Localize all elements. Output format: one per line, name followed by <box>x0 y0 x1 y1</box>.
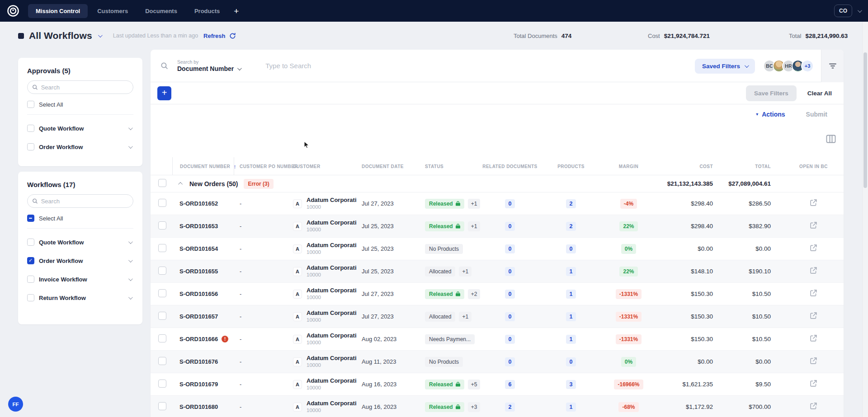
row-checkbox[interactable] <box>158 267 166 275</box>
table-row[interactable]: S-ORD101652-AAdatum Corporati10000Jul 27… <box>151 192 844 215</box>
approvals-search-input[interactable] <box>41 84 128 91</box>
column-header-customer[interactable]: CUSTOMER <box>284 164 352 169</box>
row-checkbox[interactable] <box>158 357 166 365</box>
row-checkbox[interactable] <box>158 380 166 388</box>
refresh-button[interactable]: Refresh <box>203 33 225 39</box>
status-extra-count-badge[interactable]: +1 <box>459 312 472 322</box>
sidebar-item-invoice-workflow[interactable]: Invoice Workflow <box>27 274 133 284</box>
external-link-icon[interactable] <box>810 267 817 274</box>
status-extra-count-badge[interactable]: +1 <box>459 267 472 276</box>
submit-button[interactable]: Submit <box>806 111 827 118</box>
chevron-down-icon[interactable] <box>128 258 133 262</box>
row-checkbox[interactable] <box>158 221 166 230</box>
document-number-cell[interactable]: S-ORD101680 <box>172 403 234 410</box>
column-header-products[interactable]: PRODUCTS <box>542 164 600 169</box>
select-all-checkbox[interactable] <box>27 215 34 222</box>
column-header-margin[interactable]: MARGIN <box>600 164 657 169</box>
chevron-down-icon[interactable] <box>128 126 133 130</box>
related-documents-count[interactable]: 0 <box>505 335 515 344</box>
workflow-checkbox[interactable] <box>27 276 34 283</box>
external-link-icon[interactable] <box>810 199 817 206</box>
workflow-checkbox[interactable] <box>27 239 34 246</box>
approvals-select-all[interactable]: Select All <box>27 101 133 108</box>
filter-lines-icon[interactable] <box>829 63 837 69</box>
nav-item-products[interactable]: Products <box>187 4 227 18</box>
products-count[interactable]: 0 <box>566 357 576 366</box>
brand-logo-icon[interactable] <box>6 4 20 18</box>
chevron-down-icon[interactable] <box>128 144 133 149</box>
related-documents-count[interactable]: 6 <box>505 380 515 389</box>
clear-all-button[interactable]: Clear All <box>807 90 832 97</box>
table-row[interactable]: S-ORD101680-AAdatum Corporati10000Aug 16… <box>151 396 844 417</box>
column-header-customer-po-number[interactable]: CUSTOMER PO NUMBER <box>234 164 284 169</box>
row-checkbox[interactable] <box>158 334 166 342</box>
sidebar-item-order-workflow[interactable]: Order Workflow <box>27 256 133 266</box>
products-count[interactable]: 2 <box>566 199 576 208</box>
user-badge[interactable]: CO <box>834 5 852 17</box>
external-link-icon[interactable] <box>810 380 817 387</box>
column-header-document-number[interactable]: DOCUMENT NUMBER↑ <box>172 157 234 175</box>
table-row[interactable]: S-ORD101679-AAdatum Corporati10000Aug 16… <box>151 373 844 396</box>
related-documents-count[interactable]: 0 <box>505 312 515 321</box>
related-documents-count[interactable]: 0 <box>505 222 515 231</box>
document-number-cell[interactable]: S-ORD101654 <box>172 245 234 252</box>
search-by-dropdown[interactable]: Search by Document Number <box>177 59 241 72</box>
row-checkbox[interactable] <box>158 402 166 410</box>
table-row[interactable]: S-ORD101655-AAdatum Corporati10000Jul 25… <box>151 260 844 283</box>
chevron-down-icon[interactable] <box>128 276 133 281</box>
external-link-icon[interactable] <box>810 334 817 342</box>
table-row[interactable]: S-ORD101657-AAdatum Corporati10000Jul 27… <box>151 305 844 328</box>
workflows-search[interactable] <box>27 194 133 208</box>
add-tab-button[interactable]: + <box>234 7 239 15</box>
refresh-icon[interactable] <box>229 33 236 39</box>
row-checkbox[interactable] <box>158 289 166 297</box>
column-header-cost[interactable]: COST <box>657 164 725 169</box>
workflow-checkbox[interactable] <box>27 143 34 150</box>
products-count[interactable]: 1 <box>566 290 576 299</box>
products-count[interactable]: 2 <box>566 222 576 231</box>
sidebar-item-quote-workflow[interactable]: Quote Workflow <box>27 123 133 133</box>
help-user-avatar[interactable]: FF <box>8 397 23 412</box>
row-checkbox[interactable] <box>158 244 166 252</box>
avatar-overflow-count[interactable]: +3 <box>801 60 814 72</box>
actions-menu-button[interactable]: ▾Actions <box>756 111 785 118</box>
related-documents-count[interactable]: 0 <box>505 267 515 276</box>
related-documents-count[interactable]: 0 <box>505 290 515 299</box>
select-all-checkbox[interactable] <box>27 101 34 108</box>
scrollbar-thumb[interactable] <box>863 52 867 188</box>
workflow-checkbox[interactable] <box>27 257 34 264</box>
group-checkbox[interactable] <box>158 179 166 187</box>
workflows-select-all[interactable]: Select All <box>27 215 133 222</box>
column-header-total[interactable]: TOTAL <box>725 164 783 169</box>
table-row[interactable]: S-ORD101654-AAdatum Corporati10000Jul 25… <box>151 238 844 260</box>
products-count[interactable]: 1 <box>566 403 576 412</box>
table-group-row[interactable]: New Orders (50) Error (3) $21,132,143.38… <box>151 175 844 192</box>
chevron-down-icon[interactable] <box>128 295 133 300</box>
workflow-checkbox[interactable] <box>27 125 34 132</box>
table-search-input[interactable] <box>265 62 546 70</box>
products-count[interactable]: 0 <box>566 244 576 253</box>
document-number-cell[interactable]: S-ORD101666! <box>172 336 234 342</box>
table-row[interactable]: S-ORD101666!-AAdatum Corporati10000Aug 0… <box>151 328 844 351</box>
sidebar-item-order-workflow[interactable]: Order Workflow <box>27 142 133 152</box>
products-count[interactable]: 1 <box>566 312 576 321</box>
related-documents-count[interactable]: 0 <box>505 244 515 253</box>
document-number-cell[interactable]: S-ORD101679 <box>172 381 234 388</box>
external-link-icon[interactable] <box>810 244 817 252</box>
table-row[interactable]: S-ORD101676-AAdatum Corporati10000Aug 11… <box>151 351 844 373</box>
save-filters-button[interactable]: Save Filters <box>746 85 797 101</box>
external-link-icon[interactable] <box>810 221 817 229</box>
user-menu-chevron-icon[interactable] <box>858 8 862 13</box>
nav-item-customers[interactable]: Customers <box>90 4 136 18</box>
page-scrollbar[interactable] <box>862 22 868 417</box>
document-number-cell[interactable]: S-ORD101657 <box>172 313 234 320</box>
nav-item-mission-control[interactable]: Mission Control <box>28 4 88 18</box>
add-filter-button[interactable]: + <box>157 86 171 100</box>
external-link-icon[interactable] <box>810 312 817 319</box>
column-header-status[interactable]: STATUS <box>410 164 478 169</box>
nav-item-documents[interactable]: Documents <box>137 4 185 18</box>
row-checkbox[interactable] <box>158 312 166 320</box>
products-count[interactable]: 1 <box>566 335 576 344</box>
row-checkbox[interactable] <box>158 199 166 207</box>
document-number-cell[interactable]: S-ORD101655 <box>172 268 234 275</box>
